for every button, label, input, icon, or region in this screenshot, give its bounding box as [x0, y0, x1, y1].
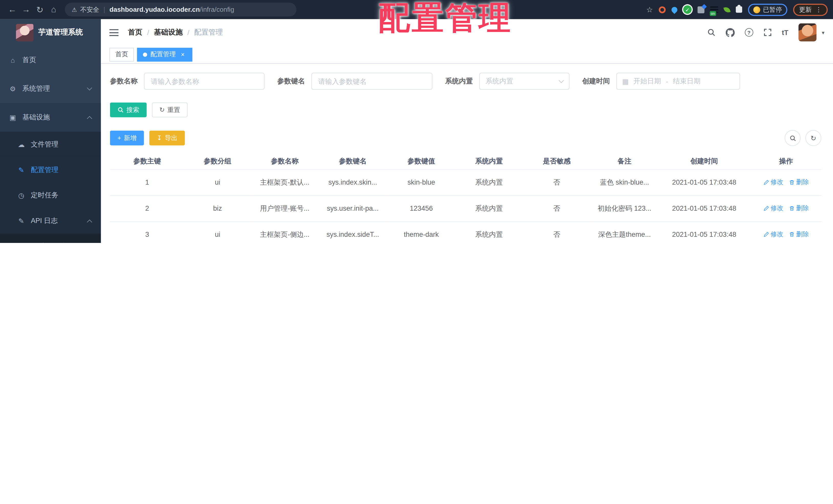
- font-size-icon[interactable]: tT: [782, 28, 788, 36]
- column-header-参数主键: 参数主键: [110, 153, 185, 169]
- address-bar[interactable]: ⚠ 不安全 | dashboard.yudao.iocoder.cn/infra…: [65, 3, 296, 16]
- hamburger-icon[interactable]: [110, 29, 118, 36]
- builtin-label: 系统内置: [445, 76, 473, 86]
- sidebar-item-访问日志[interactable]: ✎访问日志: [0, 233, 101, 243]
- help-icon[interactable]: ?: [745, 28, 753, 36]
- sidebar-item-label: 定时任务: [31, 191, 101, 200]
- table-cell: 深色主题theme...: [591, 222, 658, 243]
- 系统管理-icon: ⚙: [8, 85, 17, 93]
- breadcrumb-separator: /: [187, 28, 189, 36]
- browser-update-button[interactable]: 更新 ⋮: [793, 3, 828, 16]
- param-key-input[interactable]: [311, 73, 432, 90]
- table-cell: 初始化密码 123...: [591, 195, 658, 222]
- calendar-icon: ▦: [622, 77, 629, 85]
- extension-ring-icon[interactable]: [659, 6, 666, 13]
- extensions-puzzle-icon[interactable]: [736, 6, 742, 13]
- tab-close-icon[interactable]: ×: [179, 51, 187, 58]
- table-cell: 否: [522, 169, 591, 195]
- builtin-select[interactable]: 系统内置: [479, 73, 569, 90]
- sidebar-item-API-日志[interactable]: ✎API 日志: [0, 208, 101, 234]
- tab-bar: 首页配置管理×: [101, 46, 833, 64]
- browser-extensions-area: ☆ ✓ on 已暂停 更新 ⋮: [646, 3, 828, 16]
- tab-label: 首页: [115, 50, 128, 59]
- builtin-select-placeholder: 系统内置: [485, 76, 513, 86]
- plus-icon: +: [117, 134, 121, 142]
- delete-link[interactable]: 删除: [789, 230, 809, 239]
- breadcrumb-item[interactable]: 基础设施: [154, 28, 183, 37]
- annotation-overlay-text: 配置管理: [378, 0, 512, 40]
- table-cell: 2021-01-05 17:03:48: [658, 195, 751, 222]
- url-host: dashboard.yudao.iocoder.cn: [110, 6, 200, 13]
- table-cell: ui: [184, 222, 251, 243]
- edit-link[interactable]: 修改: [763, 204, 783, 213]
- param-name-input[interactable]: [144, 73, 265, 90]
- user-menu-caret-icon[interactable]: ▾: [822, 29, 824, 35]
- column-header-参数名称: 参数名称: [251, 153, 319, 169]
- user-avatar[interactable]: [799, 23, 817, 42]
- extension-check-icon[interactable]: ✓: [683, 5, 692, 14]
- 定时任务-icon: ◷: [16, 191, 26, 199]
- add-button[interactable]: + 新增: [110, 131, 144, 146]
- chevron-up-icon: [87, 219, 92, 225]
- table-cell: theme-dark: [387, 222, 456, 243]
- tab-配置管理[interactable]: 配置管理×: [137, 48, 192, 61]
- table-row: 3ui主框架页-侧边...sys.index.sideT...theme-dar…: [110, 222, 822, 243]
- chevron-down-icon: [559, 78, 564, 83]
- table-cell: 2021-01-05 17:03:48: [658, 169, 751, 195]
- edit-link[interactable]: 修改: [763, 230, 783, 239]
- table-cell: 2021-01-05 17:03:48: [658, 222, 751, 243]
- browser-reload-icon[interactable]: ↻: [33, 5, 47, 15]
- extension-leaf-icon[interactable]: [723, 6, 731, 13]
- bookmark-star-icon[interactable]: ☆: [646, 5, 653, 14]
- breadcrumb-item[interactable]: 首页: [128, 28, 142, 37]
- export-button[interactable]: ↧ 导出: [149, 131, 185, 146]
- sidebar-item-文件管理[interactable]: ☁文件管理: [0, 132, 101, 157]
- extension-pin-icon[interactable]: [670, 5, 679, 14]
- reset-icon: ↻: [160, 106, 165, 114]
- browser-forward-icon[interactable]: →: [19, 5, 33, 14]
- column-header-参数键值: 参数键值: [387, 153, 456, 169]
- reset-button[interactable]: ↻ 重置: [152, 103, 188, 117]
- github-icon[interactable]: [725, 28, 735, 37]
- search-button-label: 搜索: [126, 105, 139, 114]
- extension-switch-icon[interactable]: on: [710, 6, 718, 13]
- sidebar-item-首页[interactable]: ⌂首页: [0, 46, 101, 74]
- browser-menu-icon[interactable]: ⋮: [816, 6, 822, 13]
- refresh-table-button[interactable]: ↻: [805, 130, 821, 146]
- emoji-icon: [754, 6, 760, 13]
- breadcrumb-separator: /: [147, 28, 149, 36]
- chevron-up-icon: [87, 116, 92, 121]
- edit-link[interactable]: 修改: [763, 178, 783, 187]
- table-cell: 系统内置: [456, 222, 522, 243]
- date-separator: -: [666, 77, 668, 85]
- table-cell: 3: [110, 222, 185, 243]
- tab-首页[interactable]: 首页: [110, 48, 134, 61]
- delete-link[interactable]: 删除: [789, 178, 809, 187]
- toggle-search-button[interactable]: [785, 130, 801, 146]
- sidebar-item-配置管理[interactable]: ✎配置管理: [0, 157, 101, 182]
- sidebar-item-系统管理[interactable]: ⚙系统管理: [0, 74, 101, 103]
- sidebar-item-label: 系统管理: [22, 84, 88, 93]
- search-button[interactable]: 搜索: [110, 103, 147, 117]
- chevron-down-icon: [87, 85, 92, 90]
- browser-back-icon[interactable]: ←: [5, 5, 19, 14]
- 访问日志-icon: ✎: [25, 243, 34, 243]
- API 日志-icon: ✎: [16, 217, 26, 225]
- table-cell: 系统内置: [456, 195, 522, 222]
- table-row: 1ui主框架页-默认...sys.index.skin...skin-blue系…: [110, 169, 822, 195]
- column-header-备注: 备注: [591, 153, 658, 169]
- not-secure-warning-icon: ⚠: [72, 6, 77, 13]
- start-date-placeholder: 开始日期: [634, 76, 661, 86]
- sidebar-item-定时任务[interactable]: ◷定时任务: [0, 182, 101, 208]
- sidebar-menu: ⌂首页⚙系统管理▣基础设施☁文件管理✎配置管理◷定时任务✎API 日志✎访问日志…: [0, 46, 101, 243]
- date-range-picker[interactable]: ▦ 开始日期 - 结束日期: [616, 73, 740, 90]
- fullscreen-icon[interactable]: [763, 28, 771, 36]
- column-header-参数键名: 参数键名: [319, 153, 387, 169]
- delete-link[interactable]: 删除: [789, 204, 809, 213]
- browser-home-icon[interactable]: ⌂: [47, 5, 61, 14]
- search-icon[interactable]: [707, 28, 715, 36]
- extension-cube-icon[interactable]: [698, 6, 705, 13]
- sidebar-item-基础设施[interactable]: ▣基础设施: [0, 103, 101, 132]
- paused-extension-pill[interactable]: 已暂停: [748, 3, 787, 16]
- breadcrumb: 首页/基础设施/配置管理: [128, 28, 223, 37]
